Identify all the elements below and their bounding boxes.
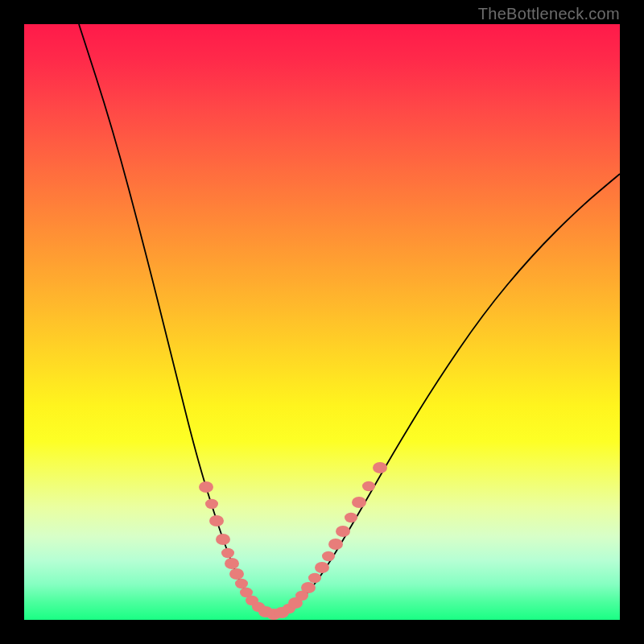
watermark-text: TheBottleneck.com [478, 5, 620, 23]
highlight-dot [373, 462, 387, 473]
highlight-dot [209, 515, 224, 526]
highlight-dot [336, 526, 350, 537]
highlight-dot [352, 497, 366, 508]
highlight-dot [308, 573, 321, 583]
scatter-right [275, 462, 387, 618]
highlight-dot [229, 568, 244, 580]
chart-svg [24, 24, 620, 620]
highlight-dot [322, 551, 335, 561]
highlight-dot [345, 513, 357, 522]
highlight-dot [235, 579, 248, 588]
scatter-left [199, 481, 281, 620]
highlight-dot [205, 499, 218, 509]
chart-plot-area [24, 24, 620, 620]
highlight-dot [301, 582, 316, 593]
highlight-dot [221, 548, 234, 558]
curve-left [79, 24, 274, 616]
highlight-dot [225, 558, 239, 569]
highlight-dot [362, 481, 375, 491]
highlight-dot [328, 539, 343, 550]
curve-right [274, 174, 620, 616]
highlight-dot [216, 534, 230, 545]
highlight-dot [199, 481, 213, 493]
highlight-dot [315, 562, 329, 573]
